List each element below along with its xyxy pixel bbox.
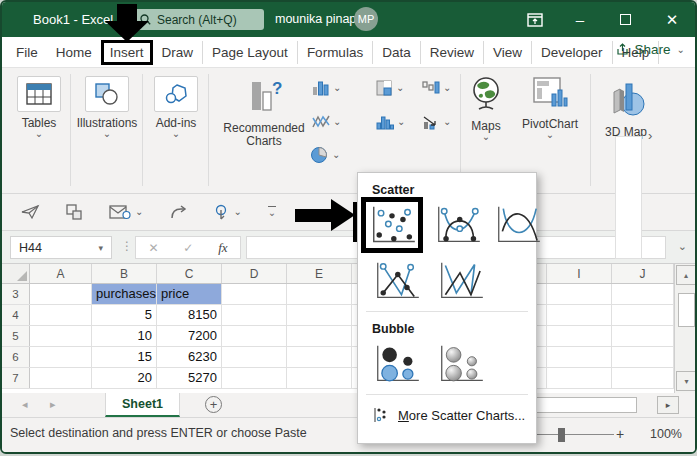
insert-function-icon[interactable]: fx: [218, 240, 227, 256]
insert-line-chart-button[interactable]: ⌄: [312, 114, 341, 130]
zoom-slider-thumb[interactable]: [558, 428, 565, 442]
column-header-c[interactable]: C: [157, 264, 222, 283]
scatter-option[interactable]: [361, 197, 423, 253]
column-header-d[interactable]: D: [222, 264, 287, 283]
cell-e6[interactable]: [287, 347, 352, 367]
name-box[interactable]: H44 ▾: [10, 236, 112, 259]
row-header-7[interactable]: 7: [2, 368, 30, 388]
horizontal-scroll-thumb[interactable]: [535, 397, 637, 413]
cell-a5[interactable]: [30, 326, 92, 346]
row-header-3[interactable]: 3: [2, 284, 30, 304]
cell-b7[interactable]: 20: [92, 368, 157, 388]
tab-view[interactable]: View: [484, 41, 532, 64]
tab-review[interactable]: Review: [421, 41, 484, 64]
scatter-straight-markers-option[interactable]: [368, 257, 424, 305]
sheet-tab-sheet1[interactable]: Sheet1: [105, 393, 180, 417]
cell-e5[interactable]: [287, 326, 352, 346]
illustrations-button[interactable]: Illustrations ⌄: [74, 76, 140, 138]
minimize-button[interactable]: –: [560, 2, 600, 37]
row-header-4[interactable]: 4: [2, 305, 30, 325]
scatter-straight-option[interactable]: [432, 257, 488, 305]
resize-handle-icon[interactable]: ⋮: [121, 239, 133, 253]
cell-j5[interactable]: [612, 326, 674, 346]
cell-j7[interactable]: [612, 368, 674, 388]
insert-pie-chart-button[interactable]: ⌄: [310, 146, 340, 164]
tab-file[interactable]: File: [7, 41, 47, 64]
tab-developer[interactable]: Developer: [532, 41, 613, 64]
cell-a4[interactable]: [30, 305, 92, 325]
cell-b6[interactable]: 15: [92, 347, 157, 367]
scroll-up-icon[interactable]: ▴: [676, 265, 697, 285]
cell-e7[interactable]: [287, 368, 352, 388]
bubble-3d-option[interactable]: [432, 340, 488, 388]
3d-map-button[interactable]: 3D Map: [598, 78, 654, 139]
close-button[interactable]: ✕: [652, 2, 692, 37]
cell-d4[interactable]: [222, 305, 287, 325]
maximize-button[interactable]: [605, 2, 645, 37]
cell-i3[interactable]: [547, 284, 612, 304]
tab-insert[interactable]: Insert: [101, 40, 153, 65]
cell-i4[interactable]: [547, 305, 612, 325]
row-header-5[interactable]: 5: [2, 326, 30, 346]
avatar[interactable]: MP: [354, 7, 378, 31]
share-button[interactable]: Share ⌄: [616, 42, 685, 57]
cell-d5[interactable]: [222, 326, 287, 346]
scroll-down-icon[interactable]: ▾: [676, 371, 697, 391]
sheet-nav-right-icon[interactable]: ▸: [50, 398, 56, 411]
insert-area-chart-button[interactable]: ⌄: [376, 80, 404, 96]
scatter-smooth-option[interactable]: [491, 201, 543, 249]
tables-button[interactable]: Tables ⌄: [10, 76, 68, 138]
sheet-nav-left-icon[interactable]: ◂: [22, 398, 28, 411]
more-scatter-charts-item[interactable]: More Scatter Charts...: [358, 401, 536, 429]
cell-a3[interactable]: [30, 284, 92, 304]
cell-a7[interactable]: [30, 368, 92, 388]
cell-b4[interactable]: 5: [92, 305, 157, 325]
ribbon-display-options-icon[interactable]: [515, 2, 555, 37]
recommended-charts-button[interactable]: ? Recommended Charts: [214, 78, 318, 148]
cell-e3[interactable]: [287, 284, 352, 304]
cell-b5[interactable]: 10: [92, 326, 157, 346]
column-header-j[interactable]: J: [612, 264, 674, 283]
cell-j4[interactable]: [612, 305, 674, 325]
column-header-a[interactable]: A: [30, 264, 92, 283]
insert-combo-chart-button[interactable]: ⌄: [422, 114, 451, 130]
insert-waterfall-chart-button[interactable]: ⌄: [422, 80, 451, 96]
addins-button[interactable]: Add-ins ⌄: [150, 76, 202, 138]
cell-j3[interactable]: [612, 284, 674, 304]
cell-i6[interactable]: [547, 347, 612, 367]
cell-i5[interactable]: [547, 326, 612, 346]
column-header-i[interactable]: I: [547, 264, 612, 283]
zoom-in-icon[interactable]: +: [616, 426, 624, 442]
zoom-level[interactable]: 100%: [650, 427, 682, 441]
column-header-b[interactable]: B: [92, 264, 157, 283]
new-sheet-button[interactable]: +: [205, 396, 222, 413]
row-header-6[interactable]: 6: [2, 347, 30, 367]
tab-data[interactable]: Data: [373, 41, 421, 64]
cell-a6[interactable]: [30, 347, 92, 367]
insert-statistic-chart-button[interactable]: ⌄: [376, 114, 405, 130]
email-contact-button[interactable]: ⌄: [109, 204, 143, 220]
shapes-tool-button[interactable]: [66, 204, 83, 220]
cell-c7[interactable]: 5270: [157, 368, 222, 388]
redo-button[interactable]: [169, 205, 187, 220]
cancel-icon[interactable]: ✕: [148, 241, 158, 255]
cell-i7[interactable]: [547, 368, 612, 388]
cell-e4[interactable]: [287, 305, 352, 325]
tab-formulas[interactable]: Formulas: [298, 41, 373, 64]
customize-toolbar-button[interactable]: ⌄: [268, 206, 276, 218]
cell-c4[interactable]: 8150: [157, 305, 222, 325]
maps-button[interactable]: Maps ⌄: [464, 76, 508, 141]
dropdown-arrow-icon[interactable]: ▾: [98, 243, 103, 253]
send-button[interactable]: [20, 204, 40, 220]
tab-page-layout[interactable]: Page Layout: [203, 41, 298, 64]
enter-icon[interactable]: ✓: [183, 241, 193, 255]
cell-b3[interactable]: purchases: [92, 284, 157, 304]
cell-d7[interactable]: [222, 368, 287, 388]
cell-d3[interactable]: [222, 284, 287, 304]
cell-c6[interactable]: 6230: [157, 347, 222, 367]
expand-group-icon[interactable]: ›: [648, 128, 652, 143]
cell-d6[interactable]: [222, 347, 287, 367]
bubble-option[interactable]: [368, 340, 424, 388]
cell-c3[interactable]: price: [157, 284, 222, 304]
cell-j6[interactable]: [612, 347, 674, 367]
